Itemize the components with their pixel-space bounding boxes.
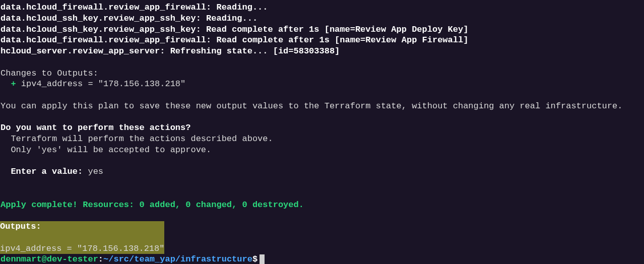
changes-header: Changes to Outputs: (0, 68, 644, 79)
prompt-path: ~/src/team_yap/infrastructure (103, 254, 252, 264)
blank-line (0, 232, 164, 243)
read-sshkey-complete-line: data.hcloud_ssh_key.review_app_ssh_key: … (0, 24, 644, 35)
apply-complete-line: Apply complete! Resources: 0 added, 0 ch… (0, 200, 644, 211)
blank-line (0, 156, 644, 167)
confirm-line1: Terraform will perform the actions descr… (0, 134, 644, 145)
blank-line (0, 112, 644, 123)
blank-line (0, 188, 644, 200)
confirm-line2: Only 'yes' will be accepted to approve. (0, 145, 644, 156)
plan-note: You can apply this plan to save these ne… (0, 101, 644, 112)
read-sshkey-line: data.hcloud_ssh_key.review_app_ssh_key: … (0, 13, 644, 24)
outputs-ipv4-line: ipv4_address = "178.156.138.218" (0, 243, 164, 254)
enter-prefix (1, 167, 11, 176)
cursor-icon (260, 254, 265, 264)
blank-line (0, 177, 644, 188)
shell-prompt[interactable]: dennmart@dev-tester:~/src/team_yap/infra… (0, 254, 644, 264)
entered-value: yes (83, 167, 103, 176)
changes-output-line: + ipv4_address = "178.156.138.218" (0, 79, 644, 90)
outputs-highlight-block: Outputs: ipv4_address = "178.156.138.218… (0, 221, 164, 254)
confirm-question: Do you want to perform these actions? (0, 122, 644, 134)
enter-value-line: Enter a value: yes (0, 166, 644, 177)
server-refresh-line: hcloud_server.review_app_server: Refresh… (0, 46, 644, 57)
blank-line (0, 210, 644, 221)
prompt-dollar: $ (252, 254, 257, 264)
prompt-userhost: dennmart@dev-tester (1, 254, 98, 264)
blank-line (0, 57, 644, 68)
read-firewall-line: data.hcloud_firewall.review_app_firewall… (0, 2, 644, 13)
prompt-colon: : (98, 254, 103, 264)
enter-label: Enter a value: (11, 167, 83, 176)
read-firewall-complete-line: data.hcloud_firewall.review_app_firewall… (0, 35, 644, 46)
blank-line (0, 90, 644, 101)
outputs-header: Outputs: (0, 221, 164, 232)
plus-icon: + (11, 79, 16, 89)
output-ipv4: ipv4_address = "178.156.138.218" (16, 79, 186, 89)
terminal-output[interactable]: data.hcloud_firewall.review_app_firewall… (0, 2, 644, 264)
